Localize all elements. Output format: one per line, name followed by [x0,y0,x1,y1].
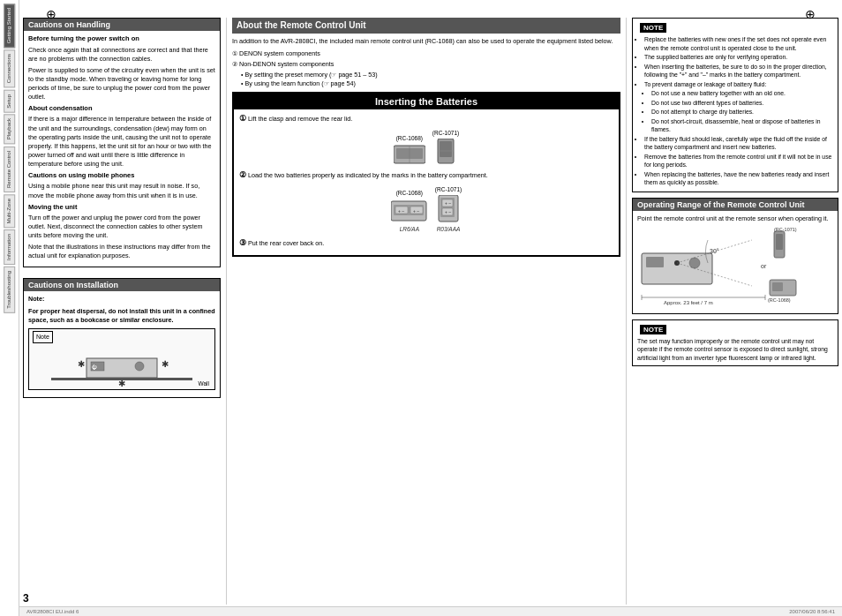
sidebar-tab-multi-zone[interactable]: Multi-Zone [4,194,15,228]
battery-lr6-label: LR6/AA [400,225,419,233]
step-2-num: ② [239,170,246,179]
remote-row-2: (RC-1068) + – + – LR6/AA [239,185,613,233]
svg-text:30°: 30° [710,248,719,254]
about-remote-section: About the Remote Control Unit In additio… [232,18,620,88]
handling-item-2-text: Power is supplied to some of the circuit… [28,66,215,101]
rc1068-unit-2: (RC-1068) + – + – LR6/AA [391,189,428,233]
note-item-3: When inserting the batteries, be sure to… [644,63,833,79]
sidebar-tab-connections[interactable]: Connections [4,49,15,87]
svg-text:or: or [761,263,767,269]
svg-text:+  –: + – [445,209,451,214]
handling-item-6-text: Note that the illustrations in these ins… [28,243,215,260]
diagram-note-label: Note [33,331,53,343]
step-3-num: ③ [239,238,246,247]
inserting-batteries-title: Inserting the Batteries [234,94,619,109]
operating-range-content: Point the remote control unit at the rem… [633,211,838,313]
svg-text:✱: ✱ [118,379,125,388]
sidebar: Getting Started Connections Setup Playba… [0,0,19,616]
rc1071-label-2: (RC-1071) [435,185,462,193]
sidebar-tab-getting-started[interactable]: Getting Started [4,4,15,48]
handling-item-3-heading: About condensation [28,104,215,114]
note-batteries-box: NOTE Replace the batteries with new ones… [632,18,838,192]
installation-note-text: For proper heat dispersal, do not instal… [28,307,215,324]
note-batteries-content: Replace the batteries with new ones if t… [633,35,838,192]
step-2: ② Load the two batteries properly as ind… [239,169,613,181]
cautions-handling-content: Before turning the power switch on Check… [24,31,220,267]
cautions-installation-title: Cautions on Installation [24,279,220,291]
step-2-text: Load the two batteries properly as indic… [248,171,488,179]
handling-item-4-heading: Cautions on using mobile phones [28,171,215,181]
cautions-handling-section: Cautions on Handling Before turning the … [23,18,221,267]
about-remote-subitem-2: • By using the learn function (☞ page 54… [241,79,620,88]
step-1-text: Lift the clasp and remove the rear lid. [248,115,352,123]
installation-note-label: Note: [28,295,44,303]
col-middle: About the Remote Control Unit In additio… [226,18,627,605]
note-sub-item-1: Do not use a new battery together with a… [651,89,833,98]
svg-text:Approx. 23 feet / 7 m: Approx. 23 feet / 7 m [664,300,713,305]
rc1071-unit-2: (RC-1071) + – + – R03/AAA [435,185,462,233]
sidebar-tab-playback[interactable]: Playback [4,114,15,144]
note-operating-title: NOTE [640,325,666,334]
handling-item-4-text: Using a mobile phone near this unit may … [28,182,215,199]
battery-r03-label: R03/AAA [437,225,461,233]
note-sub-item-4: Do not short-circuit, disassemble, heat … [651,117,833,134]
step-1: ① Lift the clasp and remove the rear lid… [239,113,613,124]
about-remote-subitem-1: • By setting the preset memory (☞ page 5… [241,71,620,79]
content-area: Cautions on Handling Before turning the … [19,16,842,606]
operating-range-svg: 30° or [637,227,840,306]
note-item-9: Remove the batteries from the remote con… [644,153,833,169]
col-left: Cautions on Handling Before turning the … [23,18,226,605]
note-item-2: The supplied batteries are only for veri… [644,53,833,62]
inserting-batteries-section: Inserting the Batteries ① Lift the clasp… [232,92,620,257]
page-number: 3 [23,592,29,605]
sidebar-tab-remote-control[interactable]: Remote Control [4,146,15,192]
about-remote-text-2: Non-DENON system components [239,60,334,68]
about-remote-num-1: ① [232,49,237,57]
crosshair-left: ⊕ [46,7,56,21]
page-number-area: 3 [23,592,221,605]
operating-range-diagram: 30° or [637,227,833,306]
bottom-bar: AVR2808CI EU.indd 6 2007/06/20 8:56:41 [19,606,842,616]
note-item-4: To prevent damage or leakage of battery … [644,80,833,89]
step-3: ③ Put the rear cover back on. [239,237,613,249]
svg-rect-34 [776,234,783,250]
rc1071-label-1: (RC-1071) [432,129,459,137]
note-item-1: Replace the batteries with new ones if t… [644,35,833,52]
installation-diagram-svg: ⏻ ✱ ✱ ✱ [42,341,201,394]
page-container: Getting Started Connections Setup Playba… [0,0,842,616]
sidebar-tab-setup[interactable]: Setup [4,90,15,113]
note-sub-item-2: Do not use two different types of batter… [651,99,833,108]
col-right: NOTE Replace the batteries with new ones… [627,18,838,605]
operating-range-title: Operating Range of the Remote Control Un… [633,199,838,211]
rc1071-open-svg [436,139,455,165]
inserting-batteries-content: ① Lift the clasp and remove the rear lid… [234,109,619,255]
operating-range-intro: Point the remote control unit at the rem… [637,214,833,223]
svg-text:(RC-1068): (RC-1068) [768,297,791,303]
footer-right: 2007/06/20 8:56:41 [789,609,835,614]
rc1071-battery-svg: + – + – [437,195,460,223]
note-operating-box: NOTE The set may function improperly or … [632,319,838,367]
svg-rect-36 [772,282,783,291]
footer-left: AVR2808CI EU.indd 6 [26,609,79,614]
cautions-installation-content: Note: For proper heat dispersal, do not … [24,291,220,396]
about-remote-text-1: DENON system components [239,49,320,57]
rc1068-open-svg [394,144,425,165]
svg-text:+  –: + – [413,208,419,214]
svg-point-28 [689,258,700,268]
note-batteries-list: Replace the batteries with new ones if t… [637,35,833,187]
about-remote-intro: In addition to the AVR-2808CI, the inclu… [232,37,620,46]
svg-text:+  –: + – [398,208,404,214]
handling-item-5-heading: Moving the unit [28,203,215,213]
svg-text:✱: ✱ [162,359,169,369]
about-remote-title: About the Remote Control Unit [232,18,620,34]
note-operating-content: The set may function improperly or the r… [633,337,838,366]
about-remote-item-1: ① DENON system components [232,49,620,58]
handling-item-3-text: If there is a major difference in temper… [28,115,215,168]
sidebar-tab-information[interactable]: Information [4,229,15,265]
top-marks: ⊕ ⊕ [19,0,842,16]
svg-rect-27 [646,257,664,267]
note-sub-item-3: Do not attempt to charge dry batteries. [651,108,833,116]
wall-label: Wall [199,379,209,387]
rc1068-unit-1: (RC-1068) [394,134,425,165]
sidebar-tab-troubleshooting[interactable]: Troubleshooting [4,267,15,313]
